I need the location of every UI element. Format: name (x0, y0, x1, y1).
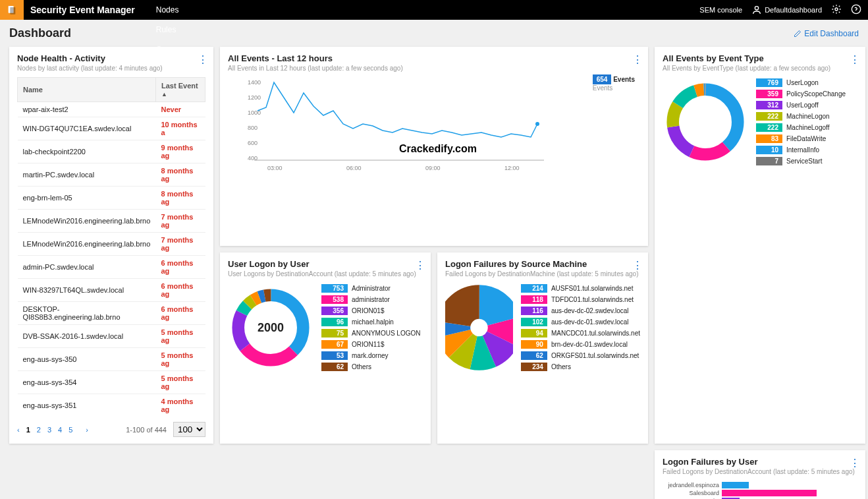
table-row[interactable]: wpar-aix-test2Never (18, 102, 205, 117)
legend-item[interactable]: 118TDFDC01.tul.solarwinds.net (521, 295, 640, 304)
legend-item[interactable]: 62ORKGFS01.tul.solarwinds.net (521, 351, 640, 360)
watermark: Crackedify.com (399, 143, 477, 154)
legend-item[interactable]: 753Administrator (321, 284, 420, 293)
page-2[interactable]: 2 (37, 426, 41, 434)
table-row[interactable]: LEMnodeWin2016.engineering.lab.brno7 mon… (18, 233, 205, 256)
more-icon[interactable]: ⋮ (198, 53, 207, 66)
more-icon[interactable]: ⋮ (415, 259, 424, 272)
table-row[interactable]: eng-aus-sys-3514 months ag (18, 394, 205, 417)
widget-logon-fail-src: ⋮ Logon Failures by Source Machine Faile… (437, 252, 648, 444)
page-next[interactable]: › (86, 426, 88, 434)
legend-item[interactable]: 62Others (321, 363, 420, 371)
legend-item[interactable]: 222MachineLogoff (756, 123, 846, 132)
widget-subtitle: Failed Logons by DestinationMachine (las… (445, 270, 640, 278)
legend-item[interactable]: 83FileDataWrite (756, 134, 846, 143)
legend-item[interactable]: 90brn-dev-dc-01.swdev.local (521, 340, 640, 349)
svg-point-3 (835, 8, 838, 11)
page-4[interactable]: 4 (58, 426, 62, 434)
table-row[interactable]: lab-checkpoint22009 months ag (18, 140, 205, 163)
page-size-select[interactable]: 100 (173, 422, 205, 437)
table-row[interactable]: WIN-DGT4QU7C1EA.swdev.local10 months a (18, 117, 205, 140)
widget-title: All Events - Last 12 hours (228, 53, 640, 63)
widget-subtitle: All Events by EventType (last update: a … (663, 65, 857, 72)
donut-chart: 2000 (228, 285, 313, 370)
legend-item[interactable]: 312UserLogoff (756, 101, 846, 109)
svg-text:400: 400 (248, 155, 258, 161)
legend-item[interactable]: 214AUSFS01.tul.solarwinds.net (521, 284, 640, 293)
legend-item[interactable]: 359PolicyScopeChange (756, 90, 846, 98)
svg-text:1200: 1200 (248, 94, 261, 101)
page-prev[interactable]: ‹ (17, 426, 20, 434)
legend-item[interactable]: 10InternalInfo (756, 146, 846, 154)
user-menu[interactable]: Defaultdashboard (751, 5, 822, 15)
more-icon[interactable]: ⋮ (632, 259, 641, 272)
svg-text:1400: 1400 (248, 79, 261, 86)
help-icon[interactable] (851, 4, 861, 16)
more-icon[interactable]: ⋮ (850, 53, 859, 66)
more-icon[interactable]: ⋮ (850, 457, 859, 469)
legend-item[interactable]: 96michael.halpin (321, 318, 420, 326)
app-logo[interactable] (0, 0, 24, 20)
legend-item[interactable]: 116aus-dev-dc-02.swdev.local (521, 307, 640, 315)
edit-dashboard-button[interactable]: Edit Dashboard (794, 29, 859, 38)
svg-text:03:00: 03:00 (267, 165, 283, 171)
widget-subtitle: All Events in Last 12 hours (last update… (228, 65, 640, 72)
table-row[interactable]: DESKTOP-QI8S8B3.engineering.lab.brno6 mo… (18, 302, 205, 325)
legend-item[interactable]: 356ORION01$ (321, 307, 420, 315)
console-label[interactable]: SEM console (699, 6, 742, 14)
widget-all-events: ⋮ All Events - Last 12 hours All Events … (220, 47, 648, 246)
nav-nodes[interactable]: Nodes (147, 0, 207, 20)
legend-item[interactable]: 75ANONYMOUS LOGON (321, 329, 420, 338)
pie-chart (445, 285, 513, 370)
legend-item[interactable]: 7ServiceStart (756, 157, 846, 165)
svg-text:800: 800 (248, 125, 258, 131)
gear-icon[interactable] (831, 4, 842, 16)
col-last-event[interactable]: Last Event ▲ (156, 78, 205, 102)
legend-item[interactable]: 67ORION11$ (321, 340, 420, 349)
legend-item[interactable]: 53mark.dorney (321, 351, 420, 360)
nav-rules[interactable]: Rules (147, 20, 207, 40)
legend-item[interactable]: 769UserLogon (756, 78, 846, 87)
page-5[interactable]: 5 (68, 426, 72, 434)
page-title: Dashboard (9, 26, 71, 40)
node-table: Name Last Event ▲ wpar-aix-test2NeverWIN… (17, 77, 205, 417)
user-label: Defaultdashboard (765, 6, 822, 14)
legend-item[interactable]: 234Others (521, 363, 640, 371)
legend-item[interactable]: 94MANCDC01.tul.solarwinds.net (521, 329, 640, 338)
bar-row: Salesboard (663, 490, 857, 496)
svg-text:12:00: 12:00 (504, 165, 520, 171)
more-icon[interactable]: ⋮ (632, 53, 641, 66)
table-row[interactable]: DVB-SSAK-2016-1.swdev.local5 months ag (18, 325, 205, 348)
svg-text:09:00: 09:00 (425, 165, 441, 171)
svg-point-2 (755, 7, 758, 10)
svg-point-16 (535, 122, 539, 126)
legend-item[interactable]: 538administrator (321, 295, 420, 304)
line-legend: 654 Events Events (593, 74, 635, 92)
widget-title: Logon Failures by User (663, 457, 857, 467)
widget-logon-fail-user: ⋮ Logon Failures by User Failed Logons b… (655, 450, 865, 499)
col-name[interactable]: Name (18, 78, 156, 102)
svg-rect-1 (10, 7, 15, 15)
table-row[interactable]: eng-aus-sys-3545 months ag (18, 371, 205, 394)
legend-item[interactable]: 222MachineLogon (756, 112, 846, 121)
edit-label: Edit Dashboard (804, 29, 859, 38)
svg-point-4 (852, 5, 860, 13)
page-3[interactable]: 3 (47, 426, 51, 434)
legend-item[interactable]: 102aus-dev-dc-01.swdev.local (521, 318, 640, 326)
table-row[interactable]: LEMnodeWin2016.engineering.lab.brno7 mon… (18, 210, 205, 233)
widget-subtitle: User Logons by DestinationAccount (last … (228, 270, 423, 278)
page-1[interactable]: 1 (26, 426, 30, 434)
svg-point-40 (453, 302, 504, 353)
table-row[interactable]: WIN-83297LT64QL.swdev.local6 months ag (18, 279, 205, 302)
svg-text:06:00: 06:00 (346, 165, 362, 171)
sort-asc-icon: ▲ (161, 91, 167, 98)
widget-title: Node Health - Activity (17, 53, 205, 63)
table-row[interactable]: eng-aus-sys-3505 months ag (18, 348, 205, 371)
widget-title: User Logon by User (228, 259, 423, 269)
pager: ‹ 12345 › 1-100 of 444 100 (17, 422, 205, 437)
table-row[interactable]: martin-PC.swdev.local8 months ag (18, 163, 205, 187)
table-row[interactable]: admin-PC.swdev.local6 months ag (18, 256, 205, 279)
widget-node-health: ⋮ Node Health - Activity Nodes by last a… (9, 47, 213, 444)
table-row[interactable]: eng-brn-lem-058 months ag (18, 187, 205, 210)
widget-title: All Events by Event Type (663, 53, 857, 63)
